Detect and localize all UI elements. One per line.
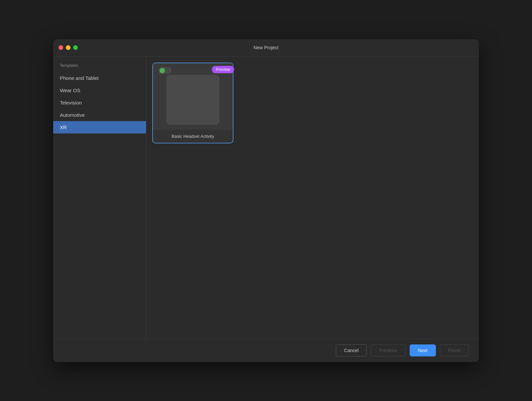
card-label: Basic Headset Activity bbox=[153, 130, 233, 143]
sidebar-item-television[interactable]: Television bbox=[53, 97, 146, 109]
card-toggle bbox=[158, 67, 172, 74]
maximize-button[interactable] bbox=[73, 45, 78, 50]
sidebar-item-phone-tablet[interactable]: Phone and Tablet bbox=[53, 72, 146, 84]
cancel-button[interactable]: Cancel bbox=[336, 344, 367, 356]
templates-grid: Preview Basic Headset Activity bbox=[153, 63, 472, 143]
sidebar-item-xr[interactable]: XR bbox=[53, 121, 146, 133]
window-title: New Project bbox=[253, 45, 278, 50]
main-panel: Preview Basic Headset Activity bbox=[146, 57, 479, 339]
sidebar-item-wear-os[interactable]: Wear OS bbox=[53, 84, 146, 97]
new-project-window: New Project Templates Phone and Tablet W… bbox=[53, 39, 479, 362]
finish-button[interactable]: Finish bbox=[440, 344, 469, 356]
template-card-basic-headset-activity[interactable]: Preview Basic Headset Activity bbox=[153, 63, 233, 143]
sidebar-section-label: Templates bbox=[53, 63, 146, 72]
sidebar: Templates Phone and Tablet Wear OS Telev… bbox=[53, 57, 146, 339]
minimize-button[interactable] bbox=[66, 45, 70, 50]
content-area: Templates Phone and Tablet Wear OS Telev… bbox=[53, 57, 479, 339]
previous-button[interactable]: Previous bbox=[371, 344, 405, 356]
title-bar: New Project bbox=[53, 39, 479, 57]
traffic-lights bbox=[59, 45, 78, 50]
next-button[interactable]: Next bbox=[410, 344, 436, 356]
toggle-knob bbox=[160, 68, 165, 73]
card-device-preview bbox=[166, 75, 219, 125]
sidebar-item-automotive[interactable]: Automotive bbox=[53, 109, 146, 121]
close-button[interactable] bbox=[59, 45, 63, 50]
preview-badge: Preview bbox=[212, 66, 234, 73]
footer: Cancel Previous Next Finish bbox=[53, 339, 479, 362]
card-preview-area: Preview bbox=[153, 63, 233, 130]
